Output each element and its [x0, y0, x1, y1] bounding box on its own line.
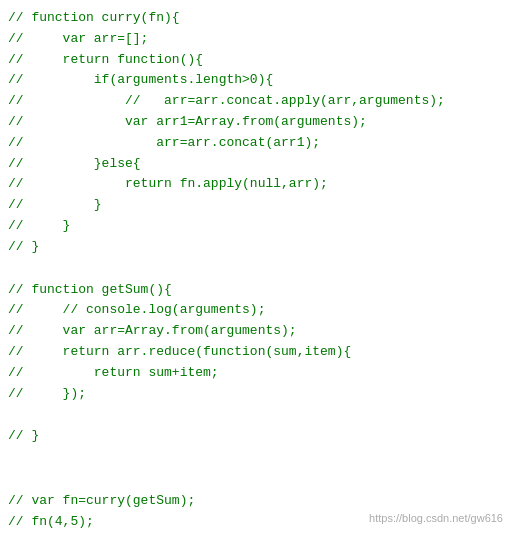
code-line: // return sum+item;	[0, 363, 511, 384]
code-line	[0, 258, 511, 280]
code-text: // return sum+item;	[8, 363, 219, 384]
code-text: // });	[8, 384, 86, 405]
code-line: // }	[0, 426, 511, 447]
code-text: // function curry(fn){	[8, 8, 180, 29]
code-line: // }	[0, 195, 511, 216]
code-text: // var arr=[];	[8, 29, 148, 50]
code-text: // arr=arr.concat(arr1);	[8, 133, 320, 154]
code-text: // }	[8, 426, 39, 447]
code-line: // }	[0, 216, 511, 237]
code-line: // return fn.apply(null,arr);	[0, 174, 511, 195]
code-text: // // arr=arr.concat.apply(arr,arguments…	[8, 91, 445, 112]
code-text: // }	[8, 237, 39, 258]
code-text: // // console.log(arguments);	[8, 300, 265, 321]
code-text: // }	[8, 216, 70, 237]
code-line: // }	[0, 237, 511, 258]
code-line: // // console.log(arguments);	[0, 300, 511, 321]
code-text: // var arr=Array.from(arguments);	[8, 321, 297, 342]
code-text: // var arr1=Array.from(arguments);	[8, 112, 367, 133]
code-line: // var arr1=Array.from(arguments);	[0, 112, 511, 133]
code-text: // }else{	[8, 154, 141, 175]
code-text: // return function(){	[8, 50, 203, 71]
code-text: // }	[8, 195, 102, 216]
code-line	[0, 469, 511, 491]
code-text: // fn(4,5);	[8, 512, 94, 533]
code-line: // // arr=arr.concat.apply(arr,arguments…	[0, 91, 511, 112]
code-text: // return arr.reduce(function(sum,item){	[8, 342, 351, 363]
code-container: // function curry(fn){// var arr=[];// r…	[0, 0, 511, 534]
code-line: // if(arguments.length>0){	[0, 70, 511, 91]
code-line: // });	[0, 384, 511, 405]
code-text: // function getSum(){	[8, 280, 172, 301]
code-line	[0, 404, 511, 426]
code-line: // function curry(fn){	[0, 8, 511, 29]
code-text: // return fn.apply(null,arr);	[8, 174, 328, 195]
code-line	[0, 447, 511, 469]
code-line: // var fn=curry(getSum);	[0, 491, 511, 512]
code-line: // }else{	[0, 154, 511, 175]
code-line: // arr=arr.concat(arr1);	[0, 133, 511, 154]
code-line: // var arr=[];	[0, 29, 511, 50]
code-text: // var fn=curry(getSum);	[8, 491, 195, 512]
code-line: // return arr.reduce(function(sum,item){	[0, 342, 511, 363]
code-line: // function getSum(){	[0, 280, 511, 301]
code-text: // if(arguments.length>0){	[8, 70, 273, 91]
code-line: // var arr=Array.from(arguments);	[0, 321, 511, 342]
watermark: https://blog.csdn.net/gw616	[369, 512, 503, 524]
code-line: // return function(){	[0, 50, 511, 71]
